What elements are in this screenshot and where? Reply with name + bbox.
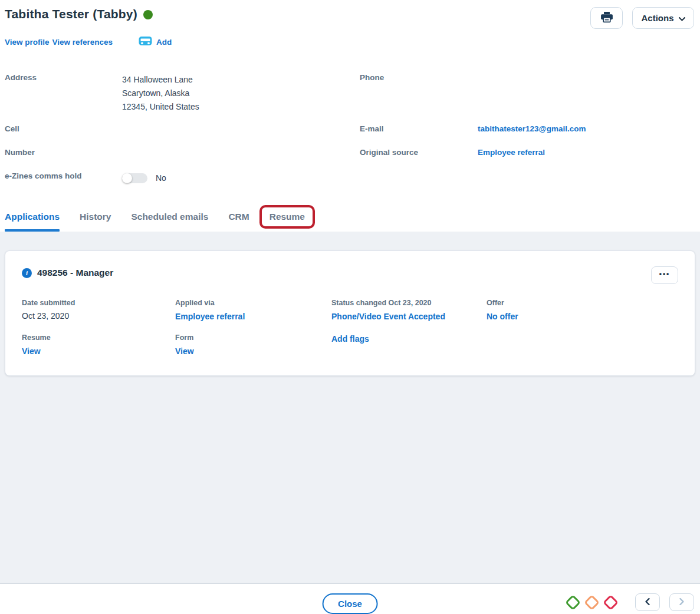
- cell-label: Cell: [5, 124, 122, 137]
- actions-button[interactable]: Actions: [632, 7, 694, 29]
- number-label: Number: [5, 148, 122, 161]
- field-status-changed: Status changed Oct 23, 2020 Phone/Video …: [331, 299, 487, 322]
- applications-panel: i 498256 - Manager ••• Date submitted Oc…: [0, 232, 700, 584]
- number-value: [122, 148, 360, 161]
- page-title: Tabitha Tester (Tabby): [5, 7, 137, 21]
- view-profile-link[interactable]: View profile: [5, 38, 50, 47]
- chevron-left-icon: [645, 598, 650, 607]
- rating-diamonds: [567, 597, 616, 608]
- email-value-link[interactable]: tabithatester123@gmail.com: [478, 124, 695, 137]
- application-card: i 498256 - Manager ••• Date submitted Oc…: [5, 250, 695, 376]
- form-view-link[interactable]: View: [175, 346, 194, 356]
- active-status-dot: [143, 10, 153, 19]
- contact-details: Address 34 Halloween Lane Scarytown, Ala…: [0, 73, 700, 184]
- add-flags-link[interactable]: Add flags: [331, 334, 369, 344]
- field-add-flags: Add flags: [331, 334, 487, 356]
- car-icon: [139, 36, 152, 48]
- email-label: E-mail: [360, 124, 478, 137]
- phone-value: [478, 73, 695, 114]
- field-form: Form View: [175, 334, 331, 356]
- footer-bar: Close: [0, 584, 700, 614]
- chevron-right-icon: [679, 598, 684, 607]
- address-value: 34 Halloween Lane Scarytown, Alaska 1234…: [122, 73, 360, 114]
- tab-scheduled-emails[interactable]: Scheduled emails: [131, 212, 208, 232]
- red-diamond-icon[interactable]: [603, 595, 619, 610]
- chevron-down-icon: [679, 13, 685, 23]
- ezines-comms-hold-label: e-Zines comms hold: [5, 171, 122, 184]
- application-title: 498256 - Manager: [37, 268, 113, 278]
- toggle-knob: [122, 173, 132, 183]
- info-icon[interactable]: i: [22, 268, 32, 278]
- field-date-submitted: Date submitted Oct 23, 2020: [22, 299, 175, 322]
- ezines-toggle[interactable]: [122, 173, 147, 183]
- header: Tabitha Tester (Tabby) Actions View prof…: [0, 0, 700, 48]
- original-source-label: Original source: [360, 148, 478, 161]
- previous-button[interactable]: [635, 593, 660, 611]
- ezines-toggle-state: No: [156, 173, 166, 183]
- tab-resume[interactable]: Resume: [270, 212, 305, 232]
- applied-via-link[interactable]: Employee referral: [175, 312, 245, 321]
- field-applied-via: Applied via Employee referral: [175, 299, 331, 322]
- print-button[interactable]: [590, 7, 623, 29]
- offer-link[interactable]: No offer: [487, 312, 518, 321]
- cell-value: [122, 124, 360, 137]
- original-source-value-link[interactable]: Employee referral: [478, 148, 695, 161]
- ellipsis-icon: •••: [659, 270, 671, 278]
- field-resume: Resume View: [22, 334, 175, 356]
- orange-diamond-icon[interactable]: [584, 595, 600, 610]
- add-link[interactable]: Add: [156, 38, 172, 47]
- view-references-link[interactable]: View references: [52, 38, 113, 47]
- resume-view-link[interactable]: View: [22, 346, 41, 356]
- phone-label: Phone: [360, 73, 478, 114]
- close-button[interactable]: Close: [322, 593, 378, 614]
- next-button[interactable]: [669, 593, 694, 611]
- green-diamond-icon[interactable]: [565, 595, 581, 610]
- tab-history[interactable]: History: [80, 212, 111, 232]
- tab-crm[interactable]: CRM: [228, 212, 249, 232]
- address-label: Address: [5, 73, 122, 114]
- more-options-button[interactable]: •••: [651, 266, 678, 284]
- printer-icon: [601, 12, 613, 25]
- tab-applications[interactable]: Applications: [5, 212, 60, 232]
- field-offer: Offer No offer: [487, 299, 678, 322]
- status-link[interactable]: Phone/Video Event Accepted: [331, 312, 445, 321]
- tab-bar: Applications History Scheduled emails CR…: [0, 212, 700, 232]
- actions-button-label: Actions: [641, 13, 673, 23]
